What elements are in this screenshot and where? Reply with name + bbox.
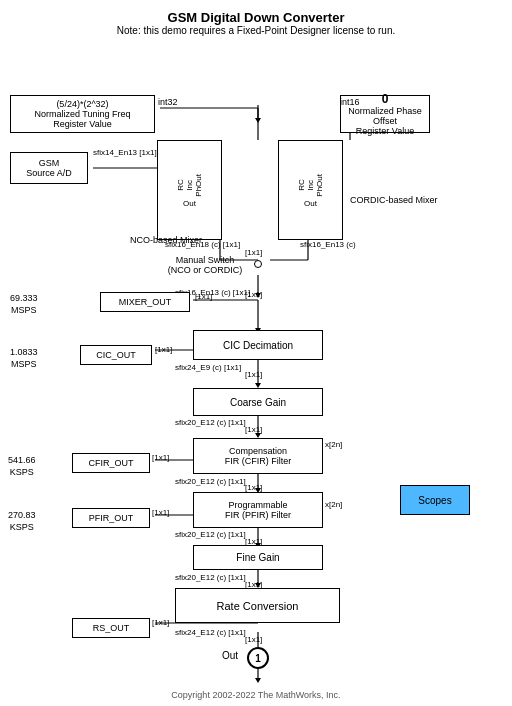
- pfir-rate-label: 270.83KSPS: [8, 510, 36, 533]
- rs-out-label: RS_OUT: [93, 623, 130, 633]
- rate-conversion-block: Rate Conversion: [175, 588, 340, 623]
- scopes-block[interactable]: Scopes: [400, 485, 470, 515]
- 1x1-rsout-right: [1x1]: [152, 618, 169, 627]
- 1x1-cfir-out: [1x1]: [245, 483, 262, 492]
- tuning-label-line3: Register Value: [53, 119, 111, 129]
- coarse-gain-label: Coarse Gain: [230, 397, 286, 408]
- pfir-label-2: FIR (PFIR) Filter: [225, 510, 291, 520]
- gsm-source-label: GSM Source A/D: [26, 158, 72, 178]
- 1x1-cic-out: [1x1]: [245, 370, 262, 379]
- mixer-out-label: MIXER_OUT: [119, 297, 172, 307]
- 1x1-pfirout-right: [1x1]: [152, 508, 169, 517]
- x2n-1-label: x[2n]: [325, 440, 342, 449]
- cordic-out-label: Out: [304, 199, 317, 208]
- manual-switch-label: Manual Switch(NCO or CORDIC): [155, 255, 255, 275]
- cfir-label-2: FIR (CFIR) Filter: [225, 456, 292, 466]
- 1x1-mixer: [1x1]: [245, 290, 262, 299]
- gsm-source-block: GSM Source A/D: [10, 152, 88, 184]
- 1x1-rc-out: [1x1]: [245, 635, 262, 644]
- svg-marker-33: [255, 678, 261, 683]
- out-label: Out: [222, 650, 238, 661]
- 1x1-cfirout-right: [1x1]: [152, 453, 169, 462]
- cic-decimation-block: CIC Decimation: [193, 330, 323, 360]
- sfix20e12-d-label: sfix20_E12 (c) [1x1]: [175, 573, 246, 582]
- rate-conversion-label: Rate Conversion: [217, 600, 299, 612]
- cfir-label-1: Compensation: [229, 446, 287, 456]
- nco-mixer-block: RC Inc PhOut Out: [157, 140, 222, 240]
- page-title: GSM Digital Down Converter: [0, 0, 512, 25]
- rs-out-block: RS_OUT: [72, 618, 150, 638]
- pfir-out-block: PFIR_OUT: [72, 508, 150, 528]
- sfix24e9-label: sfix24_E9 (c) [1x1]: [175, 363, 241, 372]
- fine-gain-label: Fine Gain: [236, 552, 279, 563]
- mixer-rate-label: 69.333MSPS: [10, 293, 38, 316]
- pfir-label-1: Programmable: [228, 500, 287, 510]
- coarse-gain-block: Coarse Gain: [193, 388, 323, 416]
- tuning-label-line1: (5/24)*(2^32): [56, 99, 108, 109]
- sfix24e12-label: sfix24_E12 (c) [1x1]: [175, 628, 246, 637]
- cic-out-label: CIC_OUT: [96, 350, 136, 360]
- nco-phout-label: PhOut: [194, 174, 203, 197]
- 1x1-cg-out: [1x1]: [245, 425, 262, 434]
- out-port-block: 1: [247, 647, 269, 669]
- cordic-mixer-text: CORDIC-based Mixer: [350, 195, 438, 205]
- sfix20e12-b-label: sfix20_E12 (c) [1x1]: [175, 477, 246, 486]
- cic-out-block: CIC_OUT: [80, 345, 152, 365]
- sfix14-label: sfix14_En13 [1x1]: [93, 148, 157, 157]
- phase-label1: Normalized Phase Offset: [341, 106, 429, 126]
- normalized-tuning-block: (5/24)*(2^32) Normalized Tuning Freq Reg…: [10, 95, 155, 133]
- phase-val: 0: [382, 92, 389, 106]
- sfix20e12-a-label: sfix20_E12 (c) [1x1]: [175, 418, 246, 427]
- cordic-phout-label: PhOut: [315, 174, 324, 197]
- page-subtitle: Note: this demo requires a Fixed-Point D…: [0, 25, 512, 36]
- cordic-mixer-block: RC Inc PhOut Out: [278, 140, 343, 240]
- nco-inc-label: Inc: [185, 174, 194, 197]
- nco-out-label: Out: [183, 199, 196, 208]
- pfir-filter-block: Programmable FIR (PFIR) Filter: [193, 492, 323, 528]
- cordic-rc-label: RC: [297, 174, 306, 197]
- int32-label: int32: [158, 97, 178, 107]
- 1x1-mixerout-right: [1x1]: [195, 292, 212, 301]
- sfix16en18-label: sfix16_En18 (c) [1x1]: [165, 240, 240, 249]
- cic-decimation-label: CIC Decimation: [223, 340, 293, 351]
- mixer-out-block: MIXER_OUT: [100, 292, 190, 312]
- int16-label: int16: [340, 97, 360, 107]
- copyright-text: Copyright 2002-2022 The MathWorks, Inc.: [0, 690, 512, 700]
- scopes-label: Scopes: [418, 495, 451, 506]
- cfir-out-label: CFIR_OUT: [89, 458, 134, 468]
- cic-rate-label: 1.0833MSPS: [10, 347, 38, 370]
- x2n-2-label: x[2n]: [325, 500, 342, 509]
- sfix16en13-label: sfix16_En13 (c): [300, 240, 356, 249]
- 1x1-cicout-right: [1x1]: [155, 345, 172, 354]
- out-port-number: 1: [255, 653, 261, 664]
- pfir-out-label: PFIR_OUT: [89, 513, 134, 523]
- fine-gain-block: Fine Gain: [193, 545, 323, 570]
- phase-label2: Register Value: [356, 126, 414, 136]
- svg-marker-3: [255, 118, 261, 123]
- cfir-out-block: CFIR_OUT: [72, 453, 150, 473]
- cordic-inc-label: Inc: [306, 174, 315, 197]
- tuning-label-line2: Normalized Tuning Freq: [34, 109, 130, 119]
- cfir-rate-label: 541.66KSPS: [8, 455, 36, 478]
- nco-rc-label: RC: [176, 174, 185, 197]
- cfir-filter-block: Compensation FIR (CFIR) Filter: [193, 438, 323, 474]
- sfix20e12-c-label: sfix20_E12 (c) [1x1]: [175, 530, 246, 539]
